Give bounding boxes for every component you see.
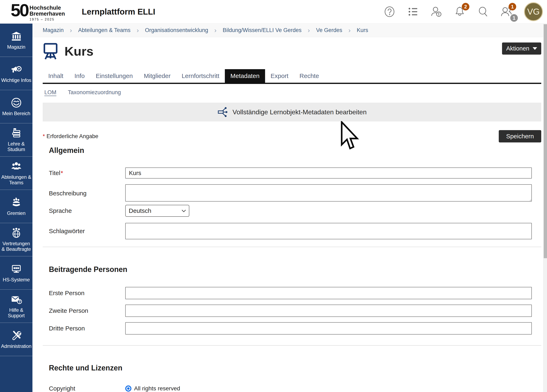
sidebar-item-magazin[interactable]: Magazin bbox=[0, 24, 33, 57]
sidebar-item-administration[interactable]: Administration bbox=[0, 323, 33, 356]
user-alert-icon bbox=[430, 6, 442, 18]
contacts-button[interactable]: 1 1 bbox=[501, 6, 513, 18]
dritte-person-input[interactable] bbox=[125, 322, 532, 335]
sprache-selected-value: Deutsch bbox=[129, 207, 151, 214]
breadcrumb-item[interactable]: Ve Gerdes bbox=[316, 27, 342, 34]
chevron-down-icon bbox=[182, 210, 186, 212]
save-button[interactable]: Speichern bbox=[499, 130, 541, 142]
hochschule-bremerhaven-logo[interactable]: 50 Hochschule Bremerhaven 1975 – 2025 bbox=[11, 2, 65, 21]
erste-person-input[interactable] bbox=[125, 287, 532, 299]
top-header: 50 Hochschule Bremerhaven 1975 – 2025 Le… bbox=[0, 0, 547, 24]
subtab-taxonomiezuordnung[interactable]: Taxonomiezuordnung bbox=[68, 89, 121, 96]
sidebar-item-label: Wichtige Infos bbox=[1, 78, 32, 83]
sidebar-item-label: Hilfe & Support bbox=[0, 307, 33, 318]
beschreibung-textarea[interactable] bbox=[125, 184, 532, 202]
tab-einstellungen[interactable]: Einstellungen bbox=[90, 69, 138, 83]
help-button[interactable] bbox=[383, 6, 396, 18]
vertical-scrollbar[interactable] bbox=[543, 24, 547, 392]
contacts-badge-new: 1 bbox=[509, 3, 516, 10]
tab-rechte[interactable]: Rechte bbox=[294, 69, 325, 83]
todo-list-button[interactable] bbox=[407, 6, 419, 18]
section-title-allgemein: Allgemein bbox=[49, 146, 541, 155]
actions-button[interactable]: Aktionen bbox=[502, 42, 541, 54]
schlagwoerter-input[interactable] bbox=[125, 223, 532, 239]
erste-person-label: Erste Person bbox=[43, 290, 125, 297]
scrollbar-thumb[interactable] bbox=[544, 24, 547, 258]
breadcrumb-item[interactable]: Organisationsentwicklung bbox=[145, 27, 208, 34]
sprache-label: Sprache bbox=[43, 207, 125, 214]
required-hint: *Erforderliche Angabe bbox=[43, 133, 98, 140]
logo-50: 50 bbox=[11, 2, 28, 18]
copyright-radio-selected[interactable] bbox=[125, 385, 131, 392]
user-alert-button[interactable] bbox=[430, 6, 442, 18]
required-star: * bbox=[43, 133, 45, 139]
tab-lernfortschritt[interactable]: Lernfortschritt bbox=[176, 69, 225, 83]
form-row-copyright: Copyright All rights reserved bbox=[43, 385, 541, 392]
metadata-hub-icon bbox=[218, 107, 229, 118]
sidebar-item-mein-bereich[interactable]: Mein Bereich bbox=[0, 90, 33, 123]
breadcrumb-item[interactable]: Magazin bbox=[43, 27, 64, 34]
subtab-lom[interactable]: LOM bbox=[44, 89, 56, 96]
form-row-beschreibung: Beschreibung bbox=[43, 184, 541, 202]
subtab-bar: LOM Taxonomiezuordnung bbox=[43, 89, 541, 96]
sidebar-item-gremien[interactable]: Gremien bbox=[0, 190, 33, 223]
sidebar-item-vertretungen[interactable]: Vertretungen & Beauftragte bbox=[0, 223, 33, 256]
copyright-label: Copyright bbox=[43, 385, 125, 392]
sprache-select[interactable]: Deutsch bbox=[125, 205, 189, 217]
tab-bar: Inhalt Info Einstellungen Mitglieder Ler… bbox=[43, 69, 541, 84]
sidebar-item-hs-systeme[interactable]: HS-Systeme bbox=[0, 256, 33, 290]
smiley-icon bbox=[11, 97, 22, 108]
section-divider bbox=[43, 247, 541, 247]
sidebar-item-label: Administration bbox=[1, 344, 32, 349]
header-icon-bar: 2 1 1 VG bbox=[383, 2, 543, 21]
copyright-option-label: All rights reserved bbox=[134, 385, 180, 392]
breadcrumb-item-current[interactable]: Kurs bbox=[357, 27, 368, 34]
search-button[interactable] bbox=[477, 6, 489, 18]
people-group-icon bbox=[11, 161, 22, 172]
form-row-titel: Titel* bbox=[43, 168, 541, 179]
breadcrumb-item[interactable]: Bildung/Wissen/ELLI Ve Gerdes bbox=[223, 27, 301, 34]
breadcrumb: Magazin › Abteilungen & Teams › Organisa… bbox=[33, 24, 547, 37]
zweite-person-label: Zweite Person bbox=[43, 307, 125, 314]
banner-label: Vollständige Lernobjekt-Metadaten bearbe… bbox=[233, 108, 367, 116]
tab-metadaten[interactable]: Metadaten bbox=[225, 69, 265, 83]
titel-input[interactable] bbox=[125, 168, 532, 179]
tab-export[interactable]: Export bbox=[265, 69, 294, 83]
notifications-button[interactable]: 2 bbox=[454, 6, 466, 18]
sidebar-item-label: Vertretungen & Beauftragte bbox=[0, 241, 33, 252]
tab-inhalt[interactable]: Inhalt bbox=[43, 69, 69, 83]
books-icon bbox=[11, 128, 22, 139]
mail-question-icon bbox=[11, 294, 22, 305]
notifications-badge: 2 bbox=[462, 3, 469, 10]
tab-info[interactable]: Info bbox=[69, 69, 90, 83]
section-title-beitragende: Beitragende Personen bbox=[49, 265, 541, 274]
sidebar-item-label: Abteilungen & Teams bbox=[0, 175, 33, 186]
edit-full-metadata-banner[interactable]: Vollständige Lernobjekt-Metadaten bearbe… bbox=[43, 103, 541, 122]
contacts-badge-total: 1 bbox=[510, 14, 518, 22]
sidebar-item-label: HS-Systeme bbox=[2, 277, 30, 283]
form-row-zweite-person: Zweite Person bbox=[43, 304, 541, 317]
course-easel-icon bbox=[43, 42, 58, 60]
caret-down-icon bbox=[533, 47, 537, 50]
user-avatar[interactable]: VG bbox=[524, 2, 543, 21]
main-sidebar: Magazin Wichtige Infos Mein Bereich bbox=[0, 24, 33, 392]
sidebar-item-hilfe-support[interactable]: Hilfe & Support bbox=[0, 290, 33, 323]
tools-icon bbox=[11, 330, 22, 341]
logo-name-line2: Bremerhaven bbox=[30, 11, 65, 17]
form-row-sprache: Sprache Deutsch bbox=[43, 205, 541, 217]
breadcrumb-separator-icon: › bbox=[214, 27, 217, 34]
monitor-icon bbox=[11, 263, 22, 275]
tab-mitglieder[interactable]: Mitglieder bbox=[138, 69, 176, 83]
list-icon bbox=[407, 6, 419, 18]
form-row-erste-person: Erste Person bbox=[43, 287, 541, 299]
search-icon bbox=[477, 6, 489, 18]
breadcrumb-item[interactable]: Abteilungen & Teams bbox=[78, 27, 130, 34]
sidebar-item-label: Mein Bereich bbox=[2, 111, 31, 116]
zweite-person-input[interactable] bbox=[125, 304, 532, 317]
breadcrumb-separator-icon: › bbox=[308, 27, 310, 34]
sidebar-item-lehre-studium[interactable]: Lehre & Studium bbox=[0, 123, 33, 157]
sidebar-item-wichtige-infos[interactable]: Wichtige Infos bbox=[0, 57, 33, 90]
section-title-rechte: Rechte und Lizenzen bbox=[49, 364, 541, 372]
sidebar-item-abteilungen-teams[interactable]: Abteilungen & Teams bbox=[0, 157, 33, 190]
logo-name-line1: Hochschule bbox=[30, 5, 65, 11]
